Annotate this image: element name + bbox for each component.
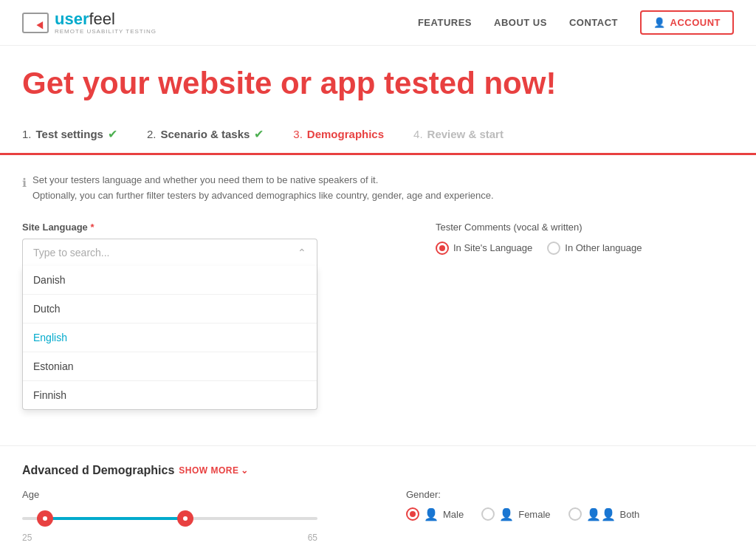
advanced-title: Advanced d Demographics [22, 464, 174, 477]
site-language-label: Site Language * [22, 222, 391, 233]
slider-max-label: 65 [308, 533, 317, 543]
step-4-label: Review & start [427, 128, 504, 140]
step-2-num: 2. [147, 128, 157, 140]
language-option-danish[interactable]: Danish [23, 266, 317, 295]
slider-thumb-left[interactable] [37, 510, 53, 527]
radio-other-lang-label: In Other language [565, 242, 642, 253]
language-dropdown: Type to search... ⌃ Danish Dutch English… [22, 239, 317, 410]
step-2-check: ✔ [254, 127, 264, 141]
radio-site-lang-circle [436, 242, 449, 255]
bottom-row: Age 25 65 Gender: 👤 Male [22, 489, 734, 543]
gender-female-radio [481, 507, 495, 521]
language-dropdown-trigger[interactable]: Type to search... ⌃ [22, 239, 317, 266]
logo-feel: feel [89, 10, 114, 28]
chevron-down-icon: ⌄ [241, 465, 249, 476]
info-line-1: Set your testers language and whether yo… [32, 173, 494, 188]
steps-container: 1. Test settings ✔ 2. Scenario & tasks ✔… [0, 115, 756, 155]
gender-section: Gender: 👤 Male 👤 Female 👤👤 Both [406, 489, 639, 521]
slider-min-label: 25 [22, 533, 32, 543]
step-3[interactable]: 3. Demographics [293, 116, 413, 152]
dropdown-placeholder: Type to search... [33, 247, 110, 259]
age-slider[interactable] [22, 507, 317, 530]
info-icon: ℹ [22, 174, 27, 193]
slider-track [22, 517, 317, 520]
step-3-num: 3. [293, 128, 303, 140]
account-button[interactable]: 👤 ACCOUNT [640, 10, 734, 35]
radio-in-other-language[interactable]: In Other language [547, 242, 642, 255]
logo-brand: userfeel [55, 11, 157, 27]
gender-female-label: Female [518, 509, 550, 520]
advanced-demographics-section: Advanced d Demographics SHOW MORE ⌄ Age … [0, 464, 756, 551]
tester-comments-label: Tester Comments (vocal & written) [436, 222, 734, 233]
step-2-label: Scenario & tasks [160, 128, 250, 140]
cursor-icon [36, 21, 46, 31]
language-col: Site Language * Type to search... ⌃ Dani… [22, 222, 391, 410]
form-row: Site Language * Type to search... ⌃ Dani… [22, 222, 734, 410]
logo-user: user [55, 10, 89, 28]
radio-other-lang-circle [547, 242, 560, 255]
slider-thumb-right[interactable] [177, 510, 193, 527]
step-1-label: Test settings [36, 128, 103, 140]
age-label: Age [22, 489, 317, 500]
step-4-num: 4. [413, 128, 423, 140]
slider-fill [44, 517, 188, 520]
main-nav: FEATURES ABOUT US CONTACT 👤 ACCOUNT [418, 10, 734, 35]
step-4[interactable]: 4. Review & start [413, 116, 533, 152]
logo-sub: REMOTE USABILITY TESTING [55, 29, 157, 35]
step-2[interactable]: 2. Scenario & tasks ✔ [147, 115, 293, 153]
gender-both-label: Both [620, 509, 640, 520]
nav-contact[interactable]: CONTACT [569, 17, 618, 28]
advanced-header: Advanced d Demographics SHOW MORE ⌄ [22, 464, 734, 477]
logo-text: userfeel REMOTE USABILITY TESTING [55, 11, 157, 35]
both-icon: 👤👤 [586, 507, 616, 521]
gender-both-radio [568, 507, 582, 521]
steps: 1. Test settings ✔ 2. Scenario & tasks ✔… [22, 115, 734, 153]
section-divider [0, 445, 756, 446]
account-label: ACCOUNT [670, 17, 721, 28]
slider-labels: 25 65 [22, 533, 317, 543]
hero-title: Get your website or app tested now! [22, 66, 734, 100]
age-section: Age 25 65 [22, 489, 317, 543]
gender-options: 👤 Male 👤 Female 👤👤 Both [406, 507, 639, 521]
account-icon: 👤 [653, 17, 666, 28]
step-1-num: 1. [22, 128, 32, 140]
male-icon: 👤 [424, 507, 439, 521]
radio-site-lang-label: In Site's Language [453, 242, 532, 253]
info-text: Set your testers language and whether yo… [32, 173, 494, 204]
info-line-2: Optionally, you can further filter teste… [32, 188, 494, 204]
chevron-up-icon: ⌃ [298, 247, 306, 259]
header: userfeel REMOTE USABILITY TESTING FEATUR… [0, 0, 756, 46]
logo: userfeel REMOTE USABILITY TESTING [22, 11, 157, 35]
logo-icon [22, 13, 49, 33]
required-marker: * [90, 222, 94, 233]
step-3-label: Demographics [307, 128, 384, 140]
tester-comments-radios: In Site's Language In Other language [436, 242, 734, 255]
tester-comments-col: Tester Comments (vocal & written) In Sit… [436, 222, 734, 255]
radio-in-site-language[interactable]: In Site's Language [436, 242, 532, 255]
info-box: ℹ Set your testers language and whether … [22, 173, 734, 204]
nav-about[interactable]: ABOUT US [494, 17, 547, 28]
language-option-finnish[interactable]: Finnish [23, 381, 317, 409]
gender-both[interactable]: 👤👤 Both [568, 507, 640, 521]
show-more-button[interactable]: SHOW MORE ⌄ [179, 465, 249, 476]
step-1-check: ✔ [108, 127, 117, 141]
gender-female[interactable]: 👤 Female [481, 507, 550, 521]
language-option-dutch[interactable]: Dutch [23, 295, 317, 324]
nav-features[interactable]: FEATURES [418, 17, 472, 28]
gender-label: Gender: [406, 489, 639, 500]
gender-male-label: Male [443, 509, 464, 520]
language-option-estonian[interactable]: Estonian [23, 352, 317, 381]
language-option-english[interactable]: English [23, 324, 317, 352]
female-icon: 👤 [499, 507, 514, 521]
hero-section: Get your website or app tested now! [0, 46, 756, 115]
language-dropdown-list: Danish Dutch English Estonian Finnish [22, 266, 317, 410]
gender-male-radio [406, 507, 419, 521]
gender-male[interactable]: 👤 Male [406, 507, 464, 521]
step-1[interactable]: 1. Test settings ✔ [22, 115, 147, 153]
content-area: ℹ Set your testers language and whether … [0, 155, 756, 428]
